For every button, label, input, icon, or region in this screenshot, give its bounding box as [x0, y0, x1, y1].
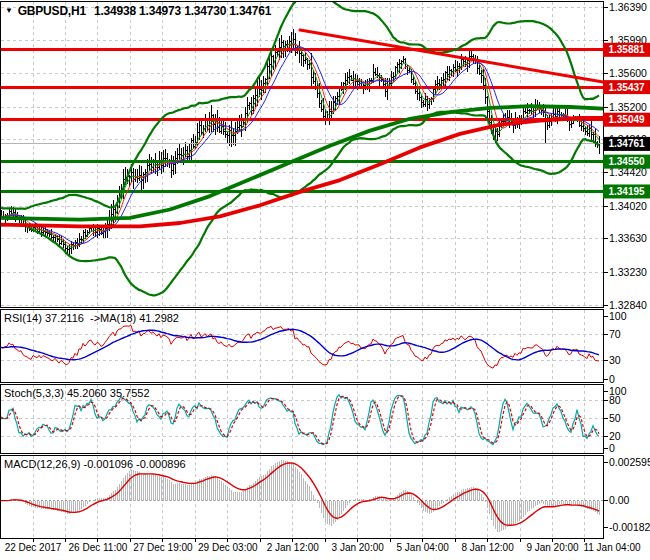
- svg-text:-0.001828: -0.001828: [609, 521, 650, 533]
- svg-text:50: 50: [609, 412, 621, 424]
- alligator-lines: [1, 43, 599, 247]
- svg-text:1.35881: 1.35881: [608, 44, 645, 55]
- time-axis[interactable]: 22 Dec 201726 Dec 11:0027 Dec 19:0029 De…: [5, 539, 641, 554]
- svg-text:1.35049: 1.35049: [608, 114, 645, 125]
- svg-text:20: 20: [609, 430, 621, 442]
- bollinger-bands: [1, 0, 599, 295]
- macd-label: MACD(12,26,9) -0.001096 -0.000896: [4, 458, 186, 470]
- mt4-chart-window: 1.363901.359901.356001.352001.348101.344…: [0, 0, 650, 560]
- svg-text:29 Dec 03:00: 29 Dec 03:00: [198, 542, 258, 553]
- lower-band: [1, 112, 599, 295]
- candlesticks: [0, 29, 600, 256]
- svg-text:30: 30: [609, 354, 621, 366]
- rsi-axis: 10070300: [604, 310, 627, 385]
- stochastic-axis: 1008050200: [604, 385, 627, 455]
- svg-text:100: 100: [609, 310, 627, 322]
- macd-histogram: [1, 460, 599, 532]
- svg-text:27 Dec 19:00: 27 Dec 19:00: [133, 542, 193, 553]
- symbol-dropdown-icon[interactable]: ▼: [5, 7, 13, 15]
- macd-axis: 0.0025950.00-0.001828: [604, 456, 650, 533]
- svg-text:11 Jan 04:00: 11 Jan 04:00: [583, 542, 641, 553]
- svg-text:1.34020: 1.34020: [609, 200, 647, 212]
- svg-text:70: 70: [609, 328, 621, 340]
- stochastic-lines: [1, 395, 599, 445]
- price-chart-canvas[interactable]: 1.363901.359901.356001.352001.348101.344…: [0, 0, 650, 560]
- svg-text:8 Jan 12:00: 8 Jan 12:00: [461, 542, 514, 553]
- slow-moving-averages: [0, 106, 603, 226]
- stoch-label: Stoch(5,3,3) 45.2060 35.7552: [4, 387, 150, 399]
- chart-header: ▼ GBPUSD,H1 1.34938 1.34973 1.34730 1.34…: [5, 4, 271, 18]
- svg-text:1.33630: 1.33630: [609, 232, 647, 244]
- svg-text:1.35600: 1.35600: [609, 67, 647, 79]
- svg-text:3 Jan 20:00: 3 Jan 20:00: [332, 542, 385, 553]
- svg-text:0.002595: 0.002595: [609, 456, 650, 468]
- svg-text:1.36390: 1.36390: [609, 1, 647, 13]
- price-axis[interactable]: 1.363901.359901.356001.352001.348101.344…: [603, 1, 650, 311]
- svg-text:1.34195: 1.34195: [608, 186, 645, 197]
- svg-text:22 Dec 2017: 22 Dec 2017: [5, 542, 62, 553]
- svg-text:1.33230: 1.33230: [609, 266, 647, 278]
- svg-text:9 Jan 20:00: 9 Jan 20:00: [526, 542, 579, 553]
- svg-text:2 Jan 12:00: 2 Jan 12:00: [267, 542, 320, 553]
- svg-text:1.35200: 1.35200: [609, 101, 647, 113]
- svg-text:5 Jan 04:00: 5 Jan 04:00: [397, 542, 450, 553]
- svg-text:80: 80: [609, 394, 621, 406]
- rsi-label: RSI(14) 37.2116 ->MA(18) 41.2982: [4, 312, 179, 324]
- svg-text:0: 0: [609, 442, 615, 454]
- svg-text:1.34761: 1.34761: [608, 138, 645, 149]
- svg-text:26 Dec 11:00: 26 Dec 11:00: [69, 542, 128, 553]
- svg-text:1.35437: 1.35437: [608, 82, 645, 93]
- symbol-title: GBPUSD,H1: [18, 4, 86, 18]
- rsi-lines: [1, 325, 599, 368]
- ohlc-values: 1.34938 1.34973 1.34730 1.34761: [94, 4, 271, 18]
- svg-text:0.00: 0.00: [609, 494, 630, 506]
- svg-text:1.34550: 1.34550: [608, 156, 645, 167]
- svg-text:0: 0: [609, 373, 615, 385]
